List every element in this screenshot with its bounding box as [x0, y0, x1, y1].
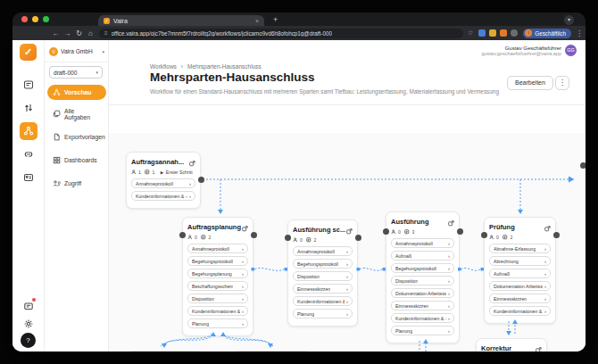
- node-form-item[interactable]: Beschaffungsschein: [187, 281, 248, 291]
- connector-handle[interactable]: [285, 235, 291, 241]
- node-form-item[interactable]: Kundeninformationen & -abst: [391, 313, 454, 323]
- open-node-icon[interactable]: [346, 222, 353, 238]
- connector-handle[interactable]: [481, 232, 487, 238]
- node-form-item[interactable]: Aufmaß: [489, 269, 551, 278]
- node-form-item[interactable]: Planung: [293, 309, 353, 318]
- edit-button[interactable]: Bearbeiten: [507, 76, 553, 90]
- sidebar-item-zugriff[interactable]: Zugriff: [47, 176, 106, 191]
- minimize-window-button[interactable]: [32, 16, 38, 22]
- node-form-item[interactable]: Planung: [391, 326, 454, 335]
- open-node-icon[interactable]: [189, 154, 195, 170]
- node-form-item[interactable]: Einmessskizzen: [489, 294, 551, 303]
- org-avatar: V: [49, 47, 58, 56]
- node-form-item[interactable]: Disposition: [293, 271, 353, 281]
- connector-handle[interactable]: [383, 228, 389, 235]
- node-auftragsannahme[interactable]: Auftragsannah... 1 1 ▶ Erster Schritt An…: [126, 152, 201, 209]
- form-count-icon: [306, 237, 311, 243]
- zoom-window-button[interactable]: [43, 16, 49, 22]
- node-form-item[interactable]: Begehungsplanung: [187, 269, 248, 278]
- sidebar-item-alle-aufgaben[interactable]: Alle Aufgaben: [47, 106, 106, 121]
- node-form-item[interactable]: Kundeninformationen & -abst: [131, 191, 195, 201]
- bookmark-star-icon[interactable]: ☆: [468, 29, 473, 37]
- workflow-canvas[interactable]: Auftragsannah... 1 1 ▶ Erster Schritt An…: [109, 133, 586, 352]
- rail-item-links[interactable]: [20, 145, 37, 163]
- node-ausfuehrung-sc[interactable]: Ausführung sc... 0 2 Annahmeprotokoll Be…: [287, 219, 358, 327]
- node-form-item[interactable]: Annahmeprotokoll: [293, 246, 353, 256]
- node-ausfuehrung[interactable]: Ausführung 0 3 Annahmeprotokoll Aufmaß B…: [386, 211, 460, 343]
- new-tab-button[interactable]: +: [273, 15, 278, 24]
- node-form-item[interactable]: Annahmeprotokoll: [187, 244, 248, 253]
- version-select[interactable]: draft-000 ▾: [49, 66, 103, 79]
- node-form-item[interactable]: Dokumentation Arbeitssicherh: [391, 288, 454, 298]
- node-form-item[interactable]: Annahmeprotokoll: [131, 178, 195, 188]
- open-node-icon[interactable]: [536, 341, 542, 352]
- user-block[interactable]: Gustav Geschäftsführer gustav.geschaefts…: [481, 45, 577, 56]
- extension-icon[interactable]: [511, 29, 518, 37]
- rail-item-projects[interactable]: [20, 76, 37, 94]
- node-form-item[interactable]: Begehungsprotokoll: [293, 259, 353, 269]
- node-form-item[interactable]: Annahmeprotokoll: [391, 238, 454, 248]
- rail-item-news[interactable]: [20, 297, 37, 315]
- node-form-item[interactable]: Begehungsprotokoll: [391, 263, 454, 273]
- contact-card-icon: [23, 172, 34, 183]
- sidebar-item-exportvorlagen[interactable]: Exportvorlagen: [47, 129, 106, 145]
- sidebar-item-dashboards[interactable]: Dashboards: [47, 153, 106, 168]
- tab-overview-button[interactable]: ▾: [564, 15, 574, 25]
- rail-item-workflows[interactable]: [20, 122, 37, 140]
- close-window-button[interactable]: [21, 16, 28, 22]
- rail-item-contacts[interactable]: [20, 169, 37, 186]
- open-node-icon[interactable]: [242, 219, 248, 236]
- connector-handle[interactable]: [251, 232, 257, 238]
- extension-icon[interactable]: [489, 29, 496, 37]
- extension-icon[interactable]: [478, 29, 486, 37]
- org-switcher[interactable]: V Vaira GmbH ▾: [49, 45, 104, 58]
- site-info-icon[interactable]: ≡: [104, 30, 108, 36]
- node-pruefung[interactable]: Prüfung 0 2 Abnahme-Erfassung Abrechnung…: [484, 217, 556, 324]
- breadcrumb-separator: ›: [181, 63, 183, 70]
- forward-icon[interactable]: →: [62, 29, 73, 37]
- browser-profile-chip[interactable]: ! Geschäftlich: [523, 29, 571, 38]
- node-form-item[interactable]: Kundeninformationen & -abst: [187, 306, 248, 316]
- browser-tab[interactable]: ✓ Vaira ×: [98, 15, 264, 26]
- node-beschaffung[interactable]: Beschaffung 0 1: [234, 351, 311, 352]
- node-form-item[interactable]: Abrechnung: [489, 256, 551, 266]
- node-form-item[interactable]: Disposition: [391, 276, 454, 285]
- node-form-item[interactable]: Kundeninformationen & -abst: [293, 296, 353, 306]
- help-button[interactable]: ?: [21, 333, 36, 348]
- extension-icon[interactable]: [500, 29, 507, 37]
- connector-handle[interactable]: [457, 228, 463, 235]
- back-icon[interactable]: ←: [50, 29, 62, 37]
- connector-handle[interactable]: [355, 235, 361, 241]
- node-form-item[interactable]: Einmessskizzen: [293, 284, 353, 294]
- sidebar-item-vorschau[interactable]: Vorschau: [47, 85, 106, 100]
- connector-handle[interactable]: [553, 232, 560, 238]
- form-item-label: Disposition: [297, 274, 320, 279]
- home-icon[interactable]: ⌂: [85, 29, 96, 37]
- assignee-count-icon: [187, 235, 193, 240]
- tab-close-icon[interactable]: ×: [255, 18, 259, 24]
- node-form-item[interactable]: Dokumentation Arbeitssicherh: [489, 281, 551, 291]
- address-bar[interactable]: ≡ office.vaira.app/ojc7be7mnm5f7rdroiltg…: [99, 29, 463, 38]
- open-node-icon[interactable]: [544, 219, 551, 236]
- sidebar-item-label: Exportvorlagen: [64, 134, 105, 140]
- rail-item-settings[interactable]: [20, 315, 37, 333]
- node-form-item[interactable]: Disposition: [187, 294, 248, 303]
- edge-connector-handle[interactable]: [580, 162, 586, 169]
- node-auftragsplanung[interactable]: Auftragsplanung 0 2 Annahmeprotokoll Beg…: [182, 217, 253, 336]
- connector-handle[interactable]: [198, 177, 204, 183]
- node-form-item[interactable]: Planung: [187, 318, 248, 328]
- browser-menu-icon[interactable]: ⋮: [576, 29, 583, 37]
- node-form-item[interactable]: Einmessskizzen: [391, 301, 454, 310]
- connector-handle[interactable]: [179, 232, 186, 238]
- node-korrektur[interactable]: Korrektur 0 1: [476, 338, 547, 352]
- node-form-item[interactable]: Abnahme-Erfassung: [489, 244, 551, 253]
- rail-item-versions[interactable]: [20, 99, 37, 117]
- more-options-button[interactable]: ⋮: [555, 76, 569, 90]
- node-begehung[interactable]: Begehung 0 1: [127, 351, 203, 352]
- node-form-item[interactable]: Kundeninformationen & -abst: [489, 306, 551, 316]
- reload-icon[interactable]: ↻: [73, 29, 85, 37]
- node-form-item[interactable]: Aufmaß: [391, 251, 454, 261]
- node-form-item[interactable]: Begehungsprotokoll: [187, 256, 248, 266]
- breadcrumb-root[interactable]: Workflows: [150, 63, 177, 70]
- open-node-icon[interactable]: [448, 214, 454, 230]
